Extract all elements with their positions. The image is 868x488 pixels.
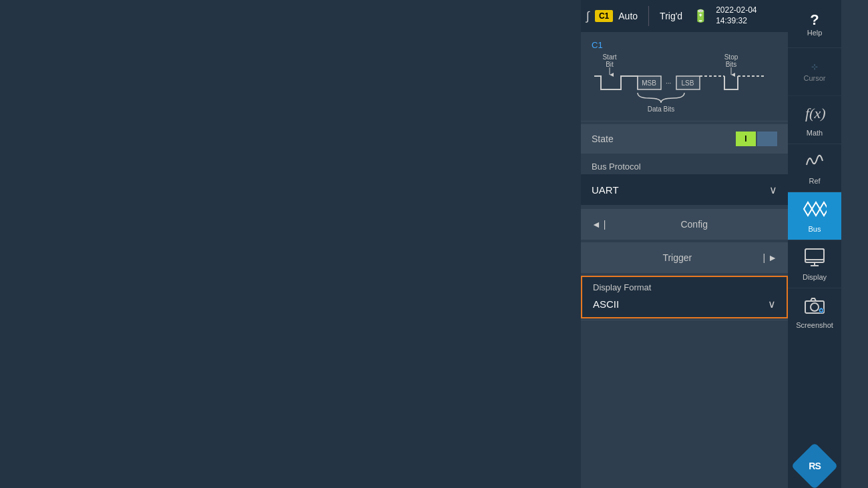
waveform-icon: ∫ <box>586 9 590 23</box>
ref-icon <box>804 152 825 174</box>
config-row[interactable]: ◄ | Config <box>581 209 788 240</box>
screenshot-icon <box>804 296 825 318</box>
battery-icon: 🔋 <box>693 9 708 23</box>
sidebar-item-math-label: Math <box>807 129 823 137</box>
svg-text:f(x): f(x) <box>805 105 825 121</box>
config-left-arrow: ◄ | <box>592 219 606 230</box>
bus-svg <box>803 200 827 218</box>
sidebar-item-screenshot-label: Screenshot <box>796 321 833 329</box>
sidebar-item-help[interactable]: ? Help <box>788 0 841 48</box>
display-format-dropdown[interactable]: ASCII ∨ <box>582 294 787 317</box>
trigD-label: Trig'd <box>660 11 682 21</box>
cursor-icon: ⊹ <box>811 62 818 71</box>
svg-text:MSB: MSB <box>642 79 656 87</box>
svg-text:LSB: LSB <box>682 79 694 87</box>
sidebar-item-display-label: Display <box>803 273 827 281</box>
sidebar-item-ref-label: Ref <box>809 177 820 185</box>
uart-diagram: Start Bit Stop Bits <box>592 53 777 113</box>
uart-frame-svg: Start Bit Stop Bits <box>591 53 778 113</box>
svg-point-21 <box>811 303 819 311</box>
sidebar-item-math[interactable]: f(x) Math <box>788 96 841 144</box>
math-svg: f(x) <box>804 103 825 122</box>
datetime-line2: 14:39:32 <box>716 16 756 27</box>
bus-icon <box>803 200 827 222</box>
math-icon: f(x) <box>804 103 825 126</box>
uart-diagram-area: C1 Start Bit Stop Bits <box>581 32 788 121</box>
bus-protocol-value: UART <box>592 184 769 196</box>
bus-protocol-chevron: ∨ <box>769 184 777 196</box>
config-label: Config <box>611 219 777 230</box>
rs-logo-text: RS <box>809 461 820 471</box>
display-format-section[interactable]: Display Format ASCII ∨ <box>581 276 788 318</box>
sidebar-item-ref[interactable]: Ref <box>788 144 841 192</box>
trigger-right-arrow: | ► <box>763 252 777 263</box>
toggle-off <box>757 132 777 146</box>
sidebar-item-screenshot[interactable]: Screenshot <box>788 288 841 336</box>
trigger-row[interactable]: Trigger | ► <box>581 242 788 273</box>
display-icon <box>804 248 825 270</box>
state-toggle[interactable]: I <box>736 132 777 146</box>
sidebar-item-cursor[interactable]: ⊹ Cursor <box>788 48 841 96</box>
oscilloscope-screen: ∫ C1 Auto Trig'd 🔋 2022-02-04 14:39:32 C… <box>0 0 868 488</box>
display-format-chevron: ∨ <box>768 298 776 310</box>
content-panel: ∫ C1 Auto Trig'd 🔋 2022-02-04 14:39:32 C… <box>581 0 788 488</box>
sidebar-item-bus-label: Bus <box>809 225 821 233</box>
top-bar-divider <box>648 6 649 26</box>
toggle-on[interactable]: I <box>736 132 756 146</box>
bus-protocol-header: Bus Protocol <box>581 156 788 174</box>
bottom-area <box>581 320 788 488</box>
display-format-label: Display Format <box>582 277 787 294</box>
bus-protocol-dropdown[interactable]: UART ∨ <box>581 174 788 205</box>
datetime: 2022-02-04 14:39:32 <box>716 5 756 26</box>
display-format-value: ASCII <box>593 298 768 310</box>
rs-logo: RS <box>798 449 831 483</box>
svg-text:···: ··· <box>666 79 671 87</box>
sidebar-item-display[interactable]: Display <box>788 240 841 288</box>
help-icon: ? <box>810 11 819 29</box>
rs-logo-container: RS <box>798 336 831 488</box>
top-bar: ∫ C1 Auto Trig'd 🔋 2022-02-04 14:39:32 <box>581 0 788 32</box>
state-label: State <box>592 134 728 144</box>
display-svg <box>804 248 825 266</box>
auto-label: Auto <box>618 11 638 21</box>
svg-text:Start: Start <box>602 53 616 61</box>
sidebar-item-cursor-label: Cursor <box>803 74 825 82</box>
state-row[interactable]: State I <box>581 124 788 154</box>
datetime-line1: 2022-02-04 <box>716 5 756 16</box>
c1-diagram-label: C1 <box>592 40 603 50</box>
svg-text:Data Bits: Data Bits <box>648 105 675 113</box>
screenshot-svg <box>804 296 825 314</box>
trigger-label: Trigger <box>592 252 763 263</box>
svg-text:Bit: Bit <box>606 61 614 68</box>
svg-text:Stop: Stop <box>724 53 738 61</box>
svg-text:Bits: Bits <box>726 61 737 68</box>
svg-rect-16 <box>805 249 824 260</box>
ref-svg <box>804 152 825 170</box>
sidebar-item-help-label: Help <box>807 29 823 37</box>
c1-badge: C1 <box>595 10 613 22</box>
sidebar-item-bus[interactable]: Bus <box>788 192 841 240</box>
sidebar: ? Help ⊹ Cursor f(x) Math <box>788 0 841 488</box>
main-panel: ∫ C1 Auto Trig'd 🔋 2022-02-04 14:39:32 C… <box>581 0 868 488</box>
